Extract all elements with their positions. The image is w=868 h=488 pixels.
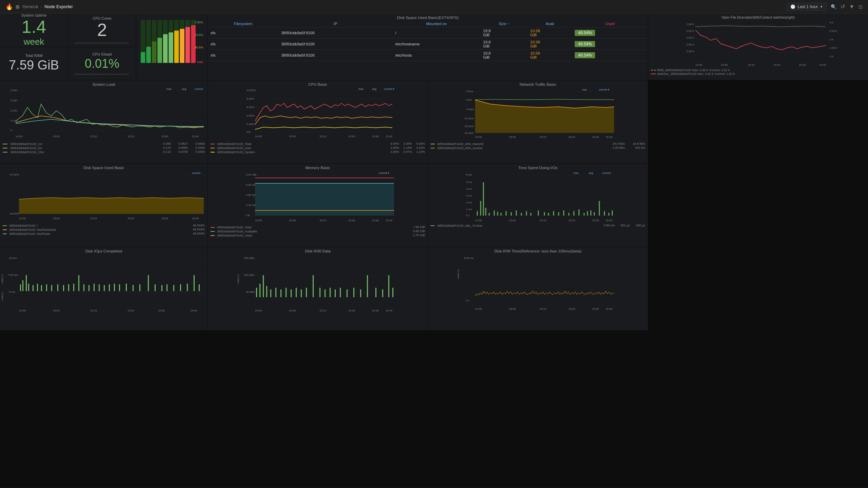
svg-rect-157 <box>483 182 484 216</box>
svg-rect-165 <box>516 210 517 216</box>
th-size[interactable]: Size ↑ <box>480 20 528 27</box>
th-used[interactable]: Used <box>572 20 648 27</box>
time-range-picker[interactable]: 🕐 Last 1 hour ▼ <box>787 3 827 11</box>
disk-rw-data-title: Disk R/W Data <box>208 247 428 254</box>
svg-text:5.00 ms: 5.00 ms <box>464 257 473 260</box>
svg-text:8.00%: 8.00% <box>246 97 254 100</box>
svg-rect-155 <box>477 211 478 216</box>
svg-text:15:00: 15:00 <box>509 219 516 222</box>
cpu-cores-sparkline <box>75 41 129 44</box>
svg-text:4 ms: 4 ms <box>466 187 472 190</box>
disk-space-chart: 47.00% 46.00% 14:50 15:00 15:10 15:20 15… <box>0 170 208 223</box>
svg-rect-231 <box>166 284 167 291</box>
svg-rect-214 <box>68 284 69 291</box>
svg-text:15:20: 15:20 <box>127 309 135 312</box>
svg-rect-158 <box>485 208 486 216</box>
panel-disk-space-basic: Disk Space Used Basic 47.00% 46.00% 14:5… <box>0 164 208 247</box>
svg-rect-182 <box>599 201 600 216</box>
svg-text:15:10: 15:10 <box>319 309 327 312</box>
system-uptime-value: 1.4 <box>22 17 46 37</box>
svg-rect-267 <box>340 288 341 297</box>
svg-rect-226 <box>133 285 134 291</box>
svg-text:2 ms: 2 ms <box>466 201 472 204</box>
svg-text:14:50: 14:50 <box>475 219 482 222</box>
svg-text:-10 kb/s: -10 kb/s <box>464 117 473 120</box>
panel-system-uptime: System Uptime 1.4 week <box>0 14 68 47</box>
svg-rect-11 <box>163 34 168 63</box>
svg-rect-21 <box>191 25 196 63</box>
svg-text:15:00: 15:00 <box>721 63 728 66</box>
svg-text:15:20: 15:20 <box>568 136 575 139</box>
disk-rw-time-title: Disk R/W Time(Reference: less than 100ms… <box>428 247 648 254</box>
table-row: xfs 36f93cbb9a5f:9100 / 19.8GiB 10.58GiB… <box>208 27 648 39</box>
svg-text:5 kb/s: 5 kb/s <box>466 90 473 93</box>
svg-text:/ write (+): / write (+) <box>1 274 4 284</box>
svg-text:15:20: 15:20 <box>127 135 135 138</box>
svg-rect-208 <box>37 284 38 291</box>
svg-text:100 kB/s: 100 kB/s <box>244 273 254 277</box>
disk-rw-data-chart: 150 kB/s 100 kB/s 50 kB/s / write (+) <box>208 254 428 315</box>
svg-text:15:40: 15:40 <box>190 309 197 312</box>
svg-marker-99 <box>475 100 614 133</box>
svg-text:15:00: 15:00 <box>289 219 296 222</box>
expand-icon[interactable]: ⊡ <box>859 4 863 9</box>
panel-disk-rw-time: Disk R/W Time(Reference: less than 100ms… <box>428 247 648 330</box>
svg-rect-271 <box>367 275 368 297</box>
svg-rect-224 <box>119 284 120 291</box>
svg-rect-274 <box>388 275 389 297</box>
settings-icon[interactable]: ▼ <box>849 4 854 10</box>
svg-text:max: max <box>166 87 172 90</box>
breadcrumb1[interactable]: General <box>22 4 38 9</box>
svg-rect-167 <box>526 211 527 216</box>
system-load-chart: 0.400 0.300 0.200 0.100 0 14:50 15:00 15… <box>0 87 208 141</box>
svg-text:0.100: 0.100 <box>11 119 18 122</box>
svg-rect-166 <box>521 213 522 216</box>
zoom-icon[interactable]: 🔍 <box>831 4 836 9</box>
svg-rect-211 <box>51 285 52 291</box>
svg-text:15:40: 15:40 <box>606 307 613 310</box>
svg-rect-223 <box>114 284 115 291</box>
svg-text:15:40: 15:40 <box>819 63 826 66</box>
svg-rect-5 <box>146 47 151 63</box>
svg-text:2 K: 2 K <box>829 38 834 41</box>
svg-rect-258 <box>291 289 292 297</box>
th-ip[interactable]: IP <box>278 20 392 27</box>
panel-io-time: Time Spent Doing I/Os 6 ms 5 ms 4 ms 3 m… <box>428 164 648 247</box>
svg-rect-255 <box>275 288 276 297</box>
panel-cpu-basic: CPU Basic 10.00% 8.00% 6.00% 4.00% 2.00%… <box>208 80 428 163</box>
svg-text:9.31 GiB: 9.31 GiB <box>246 173 256 176</box>
svg-text:avg: avg <box>182 87 186 90</box>
svg-rect-265 <box>330 288 331 297</box>
disk-table-title: Disk Space Used Basic(EXT4/XFS) <box>208 14 648 20</box>
svg-rect-164 <box>511 212 512 216</box>
svg-text:0: 0 <box>11 129 12 132</box>
svg-text:0%: 0% <box>246 130 251 134</box>
cpu-cores-value: 2 <box>97 20 107 40</box>
panel-disk-rw-data: Disk R/W Data 150 kB/s 100 kB/s 50 kB/s … <box>208 247 428 330</box>
th-filesystem[interactable]: Filesystem <box>208 20 278 27</box>
svg-text:50 kB/s: 50 kB/s <box>246 290 255 293</box>
svg-rect-250 <box>256 288 257 297</box>
svg-rect-174 <box>563 210 564 216</box>
th-mounted[interactable]: Mounted on <box>393 20 480 27</box>
topnav-right: 🕐 Last 1 hour ▼ 🔍 ↺ ▼ ⊡ <box>787 3 863 11</box>
svg-text:15:30: 15:30 <box>592 307 599 310</box>
th-avail[interactable]: Avail <box>528 20 572 27</box>
svg-text:15:20: 15:20 <box>348 135 355 138</box>
svg-rect-212 <box>57 284 58 291</box>
svg-text:15:20: 15:20 <box>348 219 355 222</box>
disk-space-basic-title: Disk Space Used Basic <box>0 164 208 170</box>
svg-rect-156 <box>480 201 481 216</box>
panel-stacked-bars: 3.90% 23.6% 46.5% NaN <box>136 14 208 80</box>
svg-rect-272 <box>375 288 376 297</box>
svg-text:15:40: 15:40 <box>386 309 393 312</box>
io-time-chart: 6 ms 5 ms 4 ms 3 ms 2 ms 1 ms 0 s <box>428 170 648 223</box>
panel-memory-basic: Memory Basic 9.31 GiB 6.98 GiB 4.66 GiB … <box>208 164 428 247</box>
svg-rect-219 <box>94 284 95 291</box>
refresh-icon[interactable]: ↺ <box>841 3 845 10</box>
cpu-basic-chart: 10.00% 8.00% 6.00% 4.00% 2.00% 0% 14:50 … <box>208 87 428 141</box>
svg-text:0 s: 0 s <box>466 299 470 302</box>
svg-text:5 ms: 5 ms <box>466 181 472 184</box>
svg-text:1 ms: 1 ms <box>466 208 472 211</box>
svg-text:2.50 K: 2.50 K <box>829 29 837 33</box>
